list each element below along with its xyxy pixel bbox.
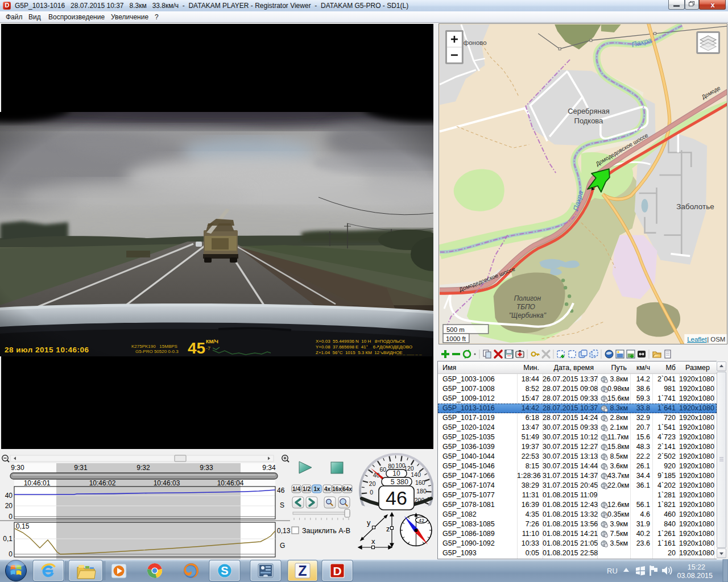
svg-text:-7: -7 (206, 346, 210, 351)
svg-text:0,13: 0,13 (277, 527, 291, 535)
svg-text:9:30: 9:30 (11, 464, 24, 472)
svg-text:"Щербинка": "Щербинка" (509, 311, 547, 319)
svg-text:K275PK190 15MBPS: K275PK190 15MBPS (131, 344, 177, 349)
svg-text:180: 180 (416, 488, 427, 494)
svg-text:1/4: 1/4 (292, 486, 300, 492)
svg-text:G5-PRO 50520 0-0.3: G5-PRO 50520 0-0.3 (135, 349, 179, 354)
svg-text:40: 40 (5, 492, 13, 500)
svg-text:16x: 16x (332, 486, 342, 492)
svg-text:Полигон: Полигон (514, 294, 541, 302)
svg-text:0,15: 0,15 (16, 522, 30, 530)
svg-text:КМ/Ч: КМ/Ч (206, 339, 218, 344)
svg-text:64x: 64x (342, 486, 352, 492)
svg-text:46: 46 (386, 487, 407, 509)
svg-text:G: G (280, 542, 285, 550)
svg-text:ТБПО: ТБПО (516, 303, 535, 311)
svg-text:45: 45 (188, 339, 205, 356)
svg-text:20: 20 (369, 480, 376, 487)
svg-text:S: S (280, 501, 284, 509)
svg-text:46: 46 (277, 487, 285, 494)
svg-text:9:33: 9:33 (200, 464, 213, 472)
svg-text:42: 42 (419, 518, 424, 523)
svg-text:140: 140 (411, 471, 421, 478)
svg-text:x: x (371, 537, 375, 546)
svg-text:Зациклить A-B: Зациклить A-B (302, 527, 350, 535)
svg-text:RU: RU (607, 567, 618, 575)
svg-text:5 380: 5 380 (391, 478, 408, 486)
svg-text:15:22: 15:22 (688, 563, 705, 571)
svg-text:S: S (221, 564, 228, 577)
svg-text:10:46:01: 10:46:01 (24, 479, 51, 487)
svg-text:10:46:04: 10:46:04 (217, 479, 244, 487)
svg-text:Заболотье: Заболотье (676, 202, 714, 211)
svg-text:28 июл 2015 10:46:06: 28 июл 2015 10:46:06 (5, 346, 89, 354)
svg-text:80: 80 (388, 463, 395, 469)
svg-text:10:46:03: 10:46:03 (154, 479, 180, 487)
svg-text:03.08.2015: 03.08.2015 (677, 572, 713, 580)
svg-text:Y+0.08 37.665698 E 41° 6↗: Y+0.08 37.665698 E 41° 6↗ДОМОДЕДОВО (316, 344, 412, 350)
svg-text:9:32: 9:32 (136, 464, 150, 472)
svg-text:0: 0 (9, 513, 13, 521)
svg-text:y: y (367, 518, 371, 527)
svg-text:Подкова: Подкова (574, 117, 603, 125)
svg-text:160: 160 (415, 479, 425, 486)
svg-text:X+0.03 55.449936 N 10 H 8≈: X+0.03 55.449936 N 10 H 8≈ПОДОЛЬСК (316, 339, 405, 344)
svg-text:Серебряная: Серебряная (568, 107, 610, 115)
svg-text:D: D (333, 564, 341, 577)
svg-text:Leaflet: Leaflet (687, 336, 707, 343)
svg-text:z: z (386, 525, 390, 533)
svg-text:1000 ft: 1000 ft (446, 335, 466, 342)
svg-text:9:34: 9:34 (262, 464, 276, 472)
svg-text:фоново: фоново (464, 39, 487, 46)
svg-text:0,1: 0,1 (3, 535, 13, 543)
svg-text:4x: 4x (324, 486, 331, 492)
svg-text:500 m: 500 m (446, 326, 465, 333)
svg-text:1x: 1x (313, 486, 320, 492)
svg-text:| OSM: | OSM (707, 336, 725, 343)
svg-text:Z: Z (298, 563, 307, 579)
svg-text:20: 20 (5, 502, 13, 510)
svg-text:0: 0 (9, 550, 13, 558)
svg-text:60: 60 (379, 466, 386, 473)
svg-text:10:46:02: 10:46:02 (89, 479, 116, 487)
svg-text:10: 10 (392, 469, 400, 477)
svg-text:Z+1.04 56°C 1015 5.3 КМ 12: Z+1.04 56°C 1015 5.3 КМ 12↘ВИДНОЕ (316, 350, 403, 355)
svg-text:1/2: 1/2 (303, 486, 311, 492)
svg-text:9:31: 9:31 (74, 464, 88, 472)
svg-text:0: 0 (370, 489, 373, 496)
